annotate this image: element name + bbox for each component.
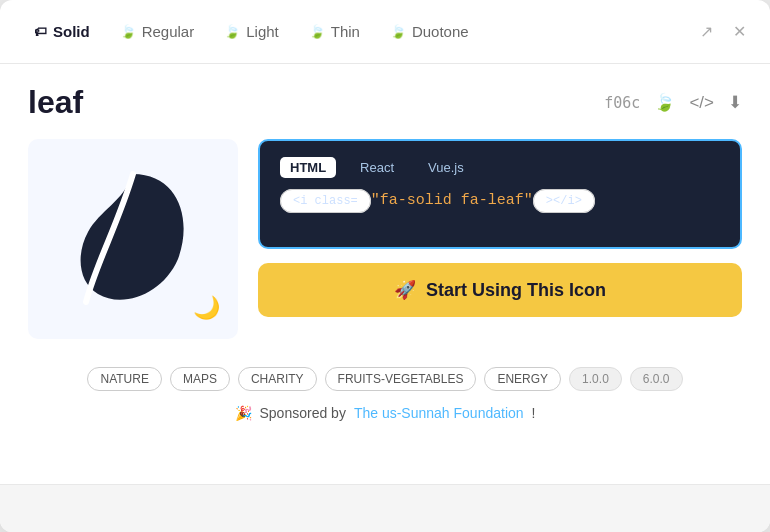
sponsored-link-text: The us-Sunnah Foundation: [354, 405, 524, 421]
tab-light[interactable]: 🍃Light: [210, 15, 293, 48]
sponsored-emoji: 🎉: [235, 405, 252, 421]
regular-tab-label: Regular: [142, 23, 195, 40]
rocket-icon: 🚀: [394, 279, 416, 301]
code-tab-vuejs[interactable]: Vue.js: [418, 157, 474, 178]
expand-button[interactable]: ↗: [696, 18, 717, 45]
duotone-tab-icon: 🍃: [390, 24, 406, 39]
thin-tab-icon: 🍃: [309, 24, 325, 39]
duotone-tab-label: Duotone: [412, 23, 469, 40]
code-panel: HTMLReactVue.js <i class="fa-solid fa-le…: [258, 139, 742, 339]
leaf-icon-btn[interactable]: 🍃: [654, 92, 675, 113]
icon-preview: 🌙: [28, 139, 238, 339]
regular-tab-icon: 🍃: [120, 24, 136, 39]
icon-header: leaf f06c 🍃 </> ⬇: [28, 84, 742, 121]
start-using-button[interactable]: 🚀 Start Using This Icon: [258, 263, 742, 317]
code-content: <i class="fa-solid fa-leaf"></i>: [280, 192, 720, 209]
code-icon-btn[interactable]: </>: [689, 93, 714, 113]
download-icon-btn[interactable]: ⬇: [728, 92, 742, 113]
close-button[interactable]: ✕: [729, 18, 750, 45]
tag-energy[interactable]: ENERGY: [484, 367, 561, 391]
tab-regular[interactable]: 🍃Regular: [106, 15, 209, 48]
code-tag-close: ></i>: [533, 189, 595, 213]
moon-icon: 🌙: [193, 295, 220, 321]
sponsored-suffix: !: [532, 405, 536, 421]
leaf-svg: [68, 164, 198, 314]
code-tab-react[interactable]: React: [350, 157, 404, 178]
code-box: HTMLReactVue.js <i class="fa-solid fa-le…: [258, 139, 742, 249]
light-tab-icon: 🍃: [224, 24, 240, 39]
code-tab-html[interactable]: HTML: [280, 157, 336, 178]
content-area: leaf f06c 🍃 </> ⬇ 🌙: [0, 64, 770, 484]
code-attr-value: "fa-solid fa-leaf": [371, 192, 533, 209]
sponsored-link[interactable]: The us-Sunnah Foundation: [354, 405, 524, 421]
tag-fruits-vegetables[interactable]: FRUITS-VEGETABLES: [325, 367, 477, 391]
footer-bar: [0, 484, 770, 532]
tab-thin[interactable]: 🍃Thin: [295, 15, 374, 48]
sponsored-prefix: Sponsored by: [260, 405, 346, 421]
titlebar: 🏷Solid🍃Regular🍃Light🍃Thin🍃Duotone ↗ ✕: [0, 0, 770, 64]
solid-tab-label: Solid: [53, 23, 90, 40]
icon-name-label: leaf: [28, 84, 83, 121]
tag-nature[interactable]: NATURE: [87, 367, 161, 391]
code-tabs: HTMLReactVue.js: [280, 157, 720, 178]
tag-maps[interactable]: MAPS: [170, 367, 230, 391]
code-tag-open: <i class=: [280, 189, 371, 213]
tab-solid[interactable]: 🏷Solid: [20, 15, 104, 48]
thin-tab-label: Thin: [331, 23, 360, 40]
icon-actions: f06c 🍃 </> ⬇: [604, 92, 742, 113]
titlebar-actions: ↗ ✕: [696, 18, 750, 45]
expand-icon: ↗: [700, 23, 713, 40]
sponsored-bar: 🎉 Sponsored by The us-Sunnah Foundation …: [28, 405, 742, 435]
cta-label: Start Using This Icon: [426, 280, 606, 301]
main-window: 🏷Solid🍃Regular🍃Light🍃Thin🍃Duotone ↗ ✕ le…: [0, 0, 770, 532]
light-tab-label: Light: [246, 23, 279, 40]
tag-charity[interactable]: CHARITY: [238, 367, 317, 391]
tag-6-0-0[interactable]: 6.0.0: [630, 367, 683, 391]
solid-tab-icon: 🏷: [34, 24, 47, 39]
tab-duotone[interactable]: 🍃Duotone: [376, 15, 483, 48]
close-icon: ✕: [733, 23, 746, 40]
tag-1-0-0[interactable]: 1.0.0: [569, 367, 622, 391]
main-panel: 🌙 HTMLReactVue.js <i class="fa-solid fa-…: [28, 139, 742, 339]
icon-code: f06c: [604, 94, 640, 112]
tags-row: NATUREMAPSCHARITYFRUITS-VEGETABLESENERGY…: [28, 357, 742, 405]
